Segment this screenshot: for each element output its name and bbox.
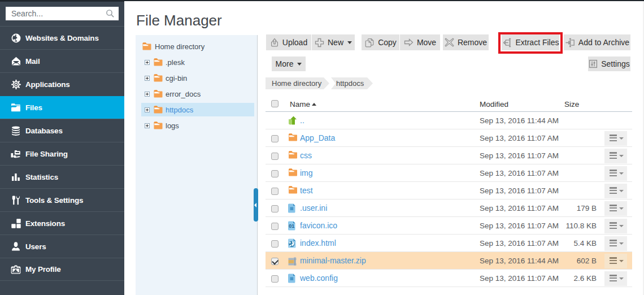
svg-text:01: 01 [289,223,294,229]
